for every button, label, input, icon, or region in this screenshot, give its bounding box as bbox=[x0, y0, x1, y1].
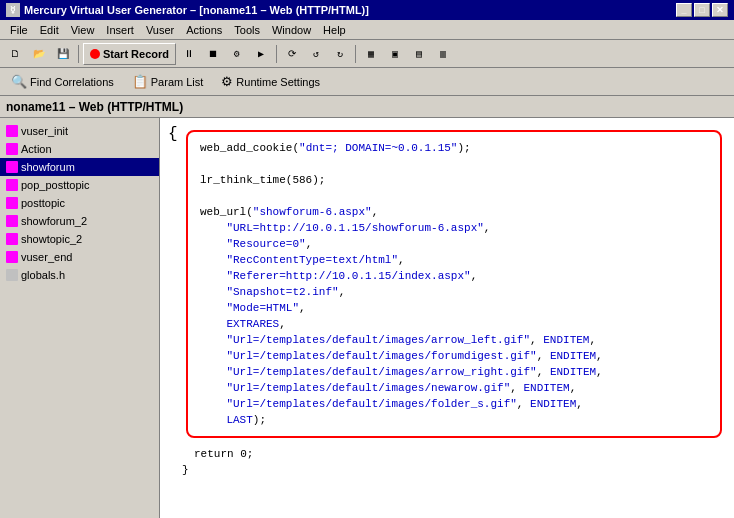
code-line-weburl: web_url("showforum-6.aspx", bbox=[200, 204, 708, 220]
runtime-settings-label: Runtime Settings bbox=[236, 76, 320, 88]
code-line-url: "URL=http://10.0.1.15/showforum-6.aspx", bbox=[200, 220, 708, 236]
document-header: noname11 – Web (HTTP/HTML) bbox=[0, 96, 734, 118]
code-editor[interactable]: { web_add_cookie("dnt=; DOMAIN=~0.0.1.15… bbox=[160, 118, 734, 518]
sidebar-item-pop-posttopic[interactable]: pop_posttopic bbox=[0, 176, 159, 194]
code-line-1: web_add_cookie("dnt=; DOMAIN=~0.0.1.15")… bbox=[200, 140, 708, 156]
vuser-init-icon bbox=[6, 125, 18, 137]
sidebar-item-label: showtopic_2 bbox=[21, 233, 82, 245]
menu-insert[interactable]: Insert bbox=[100, 22, 140, 38]
menu-actions[interactable]: Actions bbox=[180, 22, 228, 38]
menu-file[interactable]: File bbox=[4, 22, 34, 38]
menu-window[interactable]: Window bbox=[266, 22, 317, 38]
sidebar-item-label: posttopic bbox=[21, 197, 65, 209]
title-text: Mercury Virtual User Generator – [noname… bbox=[24, 4, 672, 16]
title-bar: ☿ Mercury Virtual User Generator – [nona… bbox=[0, 0, 734, 20]
toolbar-secondary: 🔍 Find Correlations 📋 Param List ⚙ Runti… bbox=[0, 68, 734, 96]
param-list-label: Param List bbox=[151, 76, 204, 88]
code-line-blank2 bbox=[200, 188, 708, 204]
sidebar-item-label: globals.h bbox=[21, 269, 65, 281]
code-line-content: "RecContentType=text/html", bbox=[200, 252, 708, 268]
open-button[interactable]: 📂 bbox=[28, 43, 50, 65]
sidebar: vuser_init Action showforum pop_posttopi… bbox=[0, 118, 160, 518]
sidebar-item-vuser-init[interactable]: vuser_init bbox=[0, 122, 159, 140]
sidebar-item-label: showforum bbox=[21, 161, 75, 173]
separator-2 bbox=[276, 45, 277, 63]
globals-icon bbox=[6, 269, 18, 281]
sidebar-item-vuser-end[interactable]: vuser_end bbox=[0, 248, 159, 266]
code-line-arrow-right: "Url=/templates/default/images/arrow_rig… bbox=[200, 364, 708, 380]
code-line-folder: "Url=/templates/default/images/folder_s.… bbox=[200, 396, 708, 412]
start-record-label: Start Record bbox=[103, 48, 169, 60]
start-record-button[interactable]: Start Record bbox=[83, 43, 176, 65]
showtopic2-icon bbox=[6, 233, 18, 245]
separator-1 bbox=[78, 45, 79, 63]
pop-posttopic-icon bbox=[6, 179, 18, 191]
code-block: web_add_cookie("dnt=; DOMAIN=~0.0.1.15")… bbox=[186, 130, 722, 438]
sidebar-item-label: pop_posttopic bbox=[21, 179, 90, 191]
code-line-think: lr_think_time(586); bbox=[200, 172, 708, 188]
tb-icon-5[interactable]: ▣ bbox=[384, 43, 406, 65]
record-icon bbox=[90, 49, 100, 59]
window-controls[interactable]: _ □ ✕ bbox=[676, 3, 728, 17]
open-brace: { bbox=[168, 126, 178, 142]
document-title: noname11 – Web (HTTP/HTML) bbox=[6, 100, 183, 114]
app-icon: ☿ bbox=[6, 3, 20, 17]
tb-icon-2[interactable]: ↺ bbox=[305, 43, 327, 65]
showforum-icon bbox=[6, 161, 18, 173]
new-button[interactable]: 🗋 bbox=[4, 43, 26, 65]
action-icon bbox=[6, 143, 18, 155]
code-line-newarow: "Url=/templates/default/images/newarow.g… bbox=[200, 380, 708, 396]
play-button[interactable]: ▶ bbox=[250, 43, 272, 65]
find-correlations-button[interactable]: 🔍 Find Correlations bbox=[4, 71, 121, 93]
sidebar-item-showforum-2[interactable]: showforum_2 bbox=[0, 212, 159, 230]
code-line-snapshot: "Snapshot=t2.inf", bbox=[200, 284, 708, 300]
pause-button[interactable]: ⏸ bbox=[178, 43, 200, 65]
minimize-button[interactable]: _ bbox=[676, 3, 692, 17]
sidebar-item-label: Action bbox=[21, 143, 52, 155]
settings-button[interactable]: ⚙ bbox=[226, 43, 248, 65]
tb-icon-3[interactable]: ↻ bbox=[329, 43, 351, 65]
code-line-resource: "Resource=0", bbox=[200, 236, 708, 252]
close-brace: } bbox=[182, 462, 726, 476]
toolbar-main: 🗋 📂 💾 Start Record ⏸ ⏹ ⚙ ▶ ⟳ ↺ ↻ ▦ ▣ ▤ ▥ bbox=[0, 40, 734, 68]
sidebar-item-posttopic[interactable]: posttopic bbox=[0, 194, 159, 212]
sidebar-item-showtopic-2[interactable]: showtopic_2 bbox=[0, 230, 159, 248]
menu-tools[interactable]: Tools bbox=[228, 22, 266, 38]
tb-icon-1[interactable]: ⟳ bbox=[281, 43, 303, 65]
close-button[interactable]: ✕ bbox=[712, 3, 728, 17]
code-line-arrow-left: "Url=/templates/default/images/arrow_lef… bbox=[200, 332, 708, 348]
param-list-button[interactable]: 📋 Param List bbox=[125, 71, 211, 93]
sidebar-item-label: vuser_end bbox=[21, 251, 72, 263]
tb-icon-4[interactable]: ▦ bbox=[360, 43, 382, 65]
separator-3 bbox=[355, 45, 356, 63]
menu-vuser[interactable]: Vuser bbox=[140, 22, 180, 38]
menu-bar: File Edit View Insert Vuser Actions Tool… bbox=[0, 20, 734, 40]
maximize-button[interactable]: □ bbox=[694, 3, 710, 17]
tb-icon-6[interactable]: ▤ bbox=[408, 43, 430, 65]
code-line-forumdigest: "Url=/templates/default/images/forumdige… bbox=[200, 348, 708, 364]
sidebar-item-showforum[interactable]: showforum bbox=[0, 158, 159, 176]
vuser-end-icon bbox=[6, 251, 18, 263]
sidebar-item-label: showforum_2 bbox=[21, 215, 87, 227]
menu-edit[interactable]: Edit bbox=[34, 22, 65, 38]
sidebar-item-action[interactable]: Action bbox=[0, 140, 159, 158]
menu-view[interactable]: View bbox=[65, 22, 101, 38]
code-line-extra: EXTRARES, bbox=[200, 316, 708, 332]
main-content: vuser_init Action showforum pop_posttopi… bbox=[0, 118, 734, 518]
posttopic-icon bbox=[6, 197, 18, 209]
find-correlations-label: Find Correlations bbox=[30, 76, 114, 88]
tb-icon-7[interactable]: ▥ bbox=[432, 43, 454, 65]
code-line-referer: "Referer=http://10.0.1.15/index.aspx", bbox=[200, 268, 708, 284]
stop-button[interactable]: ⏹ bbox=[202, 43, 224, 65]
menu-help[interactable]: Help bbox=[317, 22, 352, 38]
code-line-blank1 bbox=[200, 156, 708, 172]
runtime-settings-button[interactable]: ⚙ Runtime Settings bbox=[214, 71, 327, 93]
save-button[interactable]: 💾 bbox=[52, 43, 74, 65]
code-line-last: LAST); bbox=[200, 412, 708, 428]
showforum2-icon bbox=[6, 215, 18, 227]
code-line-mode: "Mode=HTML", bbox=[200, 300, 708, 316]
sidebar-item-label: vuser_init bbox=[21, 125, 68, 137]
sidebar-item-globals[interactable]: globals.h bbox=[0, 266, 159, 284]
code-line-return: return 0; bbox=[182, 442, 726, 462]
